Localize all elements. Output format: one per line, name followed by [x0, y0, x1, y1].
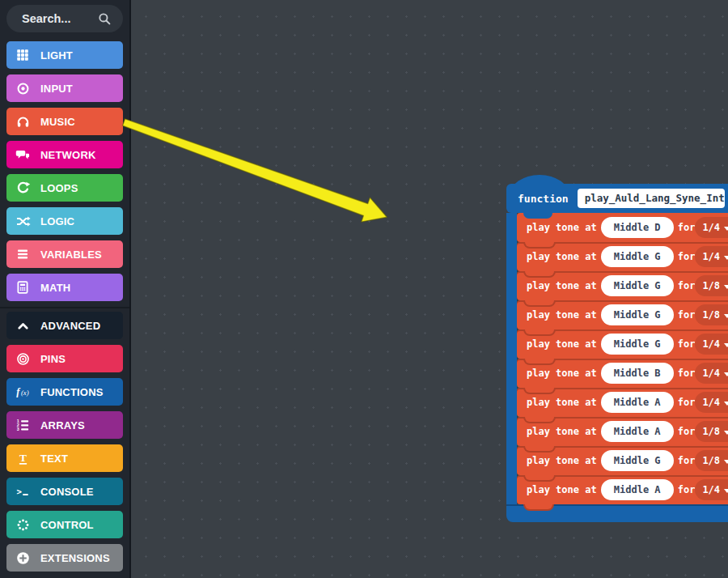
play-tone-block[interactable]: play tone at Middle G for 1/8 beat — [517, 300, 728, 329]
chevron-down-icon — [724, 314, 728, 318]
sidebar-item-variables[interactable]: VARIABLES — [6, 240, 123, 268]
sidebar-item-label: ADVANCED — [40, 320, 100, 332]
sidebar-item-text[interactable]: T TEXT — [6, 444, 123, 472]
duration-dropdown[interactable]: 1/4 beat — [695, 334, 728, 355]
block-tab — [523, 417, 556, 423]
sidebar-item-input[interactable]: INPUT — [6, 74, 123, 102]
note-field[interactable]: Middle B — [601, 363, 674, 384]
sidebar-item-extensions[interactable]: EXTENSIONS — [6, 544, 123, 572]
play-tone-block[interactable]: play tone at Middle G for 1/4 beat — [517, 242, 728, 271]
play-tone-block[interactable]: play tone at Middle A for 1/4 beat — [517, 475, 728, 504]
play-tone-block[interactable]: play tone at Middle A for 1/4 beat — [517, 388, 728, 417]
search-input[interactable] — [20, 11, 97, 26]
function-header[interactable]: function play_Auld_Lang_Syne_Intro — [506, 184, 728, 213]
note-field[interactable]: Middle G — [601, 275, 674, 296]
sidebar-item-music[interactable]: MUSIC — [6, 108, 123, 135]
duration-dropdown[interactable]: 1/8 beat — [695, 450, 728, 471]
sidebar-item-arrays[interactable]: 123 ARRAYS — [6, 411, 123, 439]
block-label: for — [678, 426, 696, 437]
duration-dropdown[interactable]: 1/4 beat — [695, 479, 728, 500]
play-tone-block[interactable]: play tone at Middle G for 1/8 beat — [517, 271, 728, 300]
block-label: play tone at — [527, 280, 597, 291]
calculator-icon — [14, 278, 32, 296]
duration-dropdown[interactable]: 1/4 beat — [695, 363, 728, 384]
block-label: for — [678, 455, 696, 466]
duration-value: 1/4 — [702, 222, 720, 233]
block-label: play tone at — [527, 426, 597, 437]
sidebar-item-loops[interactable]: LOOPS — [6, 174, 123, 202]
duration-dropdown[interactable]: 1/8 beat — [695, 275, 728, 296]
workspace-canvas[interactable]: function play_Auld_Lang_Syne_Intro play … — [131, 0, 728, 578]
sidebar-item-functions[interactable]: f(x) FUNCTIONS — [6, 378, 123, 406]
search-icon — [97, 11, 112, 27]
note-field[interactable]: Middle G — [601, 246, 674, 267]
note-field[interactable]: Middle A — [601, 479, 674, 500]
spinner-icon — [14, 516, 32, 533]
chat-bubbles-icon — [14, 146, 32, 164]
block-label: play tone at — [527, 338, 597, 350]
sidebar-item-label: LOGIC — [40, 215, 74, 227]
note-field[interactable]: Middle G — [601, 304, 674, 325]
duration-dropdown[interactable]: 1/8 beat — [695, 421, 728, 442]
statement-stack: play tone at Middle D for 1/4 beat play … — [517, 213, 728, 504]
terminal-icon: > — [14, 482, 32, 500]
duration-value: 1/4 — [702, 397, 720, 408]
block-label: for — [678, 368, 696, 379]
block-tab — [523, 388, 556, 394]
sidebar-item-console[interactable]: > CONSOLE — [6, 478, 123, 505]
block-tab — [523, 504, 554, 511]
chevron-down-icon — [724, 256, 728, 260]
block-tab — [523, 446, 556, 453]
block-label: play tone at — [527, 397, 597, 408]
play-tone-block[interactable]: play tone at Middle D for 1/4 beat — [517, 213, 728, 242]
duration-dropdown[interactable]: 1/4 beat — [695, 392, 728, 413]
duration-value: 1/4 — [702, 484, 720, 495]
duration-dropdown[interactable]: 1/8 beat — [695, 304, 728, 325]
shuffle-icon — [14, 212, 32, 230]
duration-value: 1/4 — [702, 338, 720, 350]
svg-text:T: T — [19, 452, 27, 464]
duration-dropdown[interactable]: 1/4 beat — [695, 217, 728, 238]
fx-icon: f(x) — [14, 383, 32, 401]
block-tab — [523, 300, 556, 307]
sidebar-item-math[interactable]: MATH — [6, 274, 123, 301]
svg-text:3: 3 — [17, 427, 19, 431]
concentric-circles-icon — [14, 350, 32, 368]
note-field[interactable]: Middle G — [601, 450, 674, 471]
numbered-list-icon: 123 — [14, 416, 32, 434]
refresh-icon — [14, 179, 32, 197]
play-tone-block[interactable]: play tone at Middle A for 1/8 beat — [517, 417, 728, 446]
note-field[interactable]: Middle A — [601, 421, 674, 442]
duration-value: 1/8 — [702, 280, 720, 291]
note-field[interactable]: Middle G — [601, 334, 674, 355]
block-label: play tone at — [527, 309, 597, 321]
play-tone-block[interactable]: play tone at Middle B for 1/4 beat — [517, 359, 728, 388]
sidebar-item-network[interactable]: NETWORK — [6, 141, 123, 168]
sidebar-item-label: TEXT — [40, 453, 68, 465]
note-field[interactable]: Middle D — [601, 217, 674, 238]
block-label: for — [678, 484, 696, 495]
function-block[interactable]: function play_Auld_Lang_Syne_Intro play … — [506, 184, 728, 522]
sidebar-item-label: PINS — [40, 353, 66, 365]
block-label: for — [678, 251, 696, 262]
play-tone-block[interactable]: play tone at Middle G for 1/8 beat — [517, 446, 728, 475]
sidebar-item-light[interactable]: LIGHT — [6, 41, 123, 69]
block-label: play tone at — [527, 251, 597, 262]
sidebar-item-label: CONSOLE — [40, 486, 94, 498]
sidebar-item-control[interactable]: CONTROL — [6, 511, 123, 538]
sidebar-item-label: CONTROL — [40, 519, 94, 531]
sidebar-item-logic[interactable]: LOGIC — [6, 207, 123, 235]
block-label: for — [678, 397, 696, 408]
sidebar-item-pins[interactable]: PINS — [6, 345, 123, 372]
play-tone-block[interactable]: play tone at Middle G for 1/4 beat — [517, 329, 728, 359]
sidebar-item-label: MUSIC — [40, 116, 75, 128]
search-box[interactable] — [6, 5, 123, 32]
duration-dropdown[interactable]: 1/4 beat — [695, 246, 728, 267]
toolbox-sidebar: LIGHT INPUT MUSIC NETWORK LOOPS LOGIC — [0, 0, 131, 578]
note-field[interactable]: Middle A — [601, 392, 674, 413]
sidebar-item-advanced[interactable]: ADVANCED — [6, 312, 123, 339]
block-label: for — [678, 280, 696, 291]
headphones-icon — [14, 113, 32, 130]
function-name-field[interactable]: play_Auld_Lang_Syne_Intro — [578, 189, 725, 208]
block-label: play tone at — [527, 222, 597, 233]
